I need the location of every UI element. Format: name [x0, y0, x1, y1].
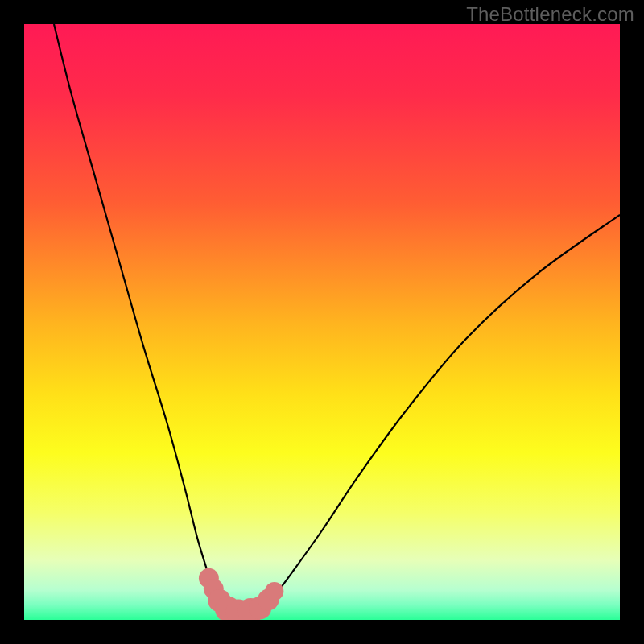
chart-svg [24, 24, 620, 620]
plot-area [24, 24, 620, 620]
outer-frame: TheBottleneck.com [0, 0, 644, 644]
marker-dot [265, 582, 283, 601]
marker-layer [199, 568, 283, 620]
watermark-text: TheBottleneck.com [466, 3, 634, 26]
right-curve [262, 215, 620, 609]
left-curve [54, 24, 224, 609]
